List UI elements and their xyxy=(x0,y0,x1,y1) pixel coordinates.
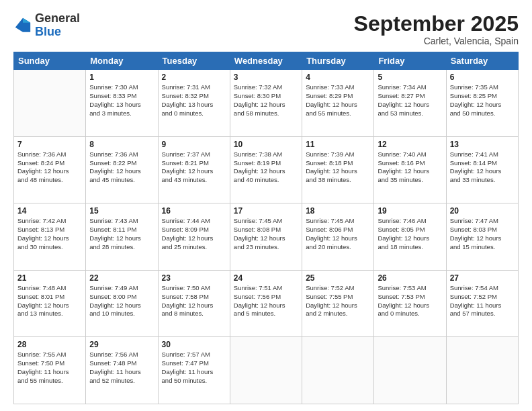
cell-w4-d4: 24Sunrise: 7:51 AM Sunset: 7:56 PM Dayli… xyxy=(230,270,302,337)
day-number-9: 9 xyxy=(162,140,226,149)
day-number-11: 11 xyxy=(306,140,370,149)
day-number-28: 28 xyxy=(17,340,82,349)
cell-w2-d4: 10Sunrise: 7:38 AM Sunset: 8:19 PM Dayli… xyxy=(230,136,302,203)
day-info-24: Sunrise: 7:51 AM Sunset: 7:56 PM Dayligh… xyxy=(234,284,298,318)
col-thursday: Thursday xyxy=(302,52,374,70)
day-info-11: Sunrise: 7:39 AM Sunset: 8:18 PM Dayligh… xyxy=(306,150,370,185)
cell-w1-d4: 3Sunrise: 7:32 AM Sunset: 8:30 PM Daylig… xyxy=(230,70,302,137)
day-info-10: Sunrise: 7:38 AM Sunset: 8:19 PM Dayligh… xyxy=(234,150,298,185)
cell-w1-d7: 6Sunrise: 7:35 AM Sunset: 8:25 PM Daylig… xyxy=(446,70,518,137)
week-row-2: 7Sunrise: 7:36 AM Sunset: 8:24 PM Daylig… xyxy=(14,136,519,203)
day-info-25: Sunrise: 7:52 AM Sunset: 7:55 PM Dayligh… xyxy=(306,284,370,318)
cell-w5-d4 xyxy=(230,337,302,404)
day-number-8: 8 xyxy=(89,140,154,149)
col-sunday: Sunday xyxy=(14,52,86,70)
day-number-12: 12 xyxy=(378,140,442,149)
day-info-29: Sunrise: 7:56 AM Sunset: 7:48 PM Dayligh… xyxy=(89,351,154,385)
day-number-16: 16 xyxy=(162,206,226,216)
day-info-26: Sunrise: 7:53 AM Sunset: 7:53 PM Dayligh… xyxy=(378,284,442,318)
day-info-17: Sunrise: 7:45 AM Sunset: 8:08 PM Dayligh… xyxy=(234,217,298,251)
day-number-29: 29 xyxy=(89,340,154,349)
day-number-23: 23 xyxy=(162,273,226,283)
calendar-header-row: Sunday Monday Tuesday Wednesday Thursday… xyxy=(14,52,519,70)
day-number-25: 25 xyxy=(306,273,370,283)
page: General Blue September 2025 Carlet, Vale… xyxy=(0,0,532,411)
cell-w3-d5: 18Sunrise: 7:45 AM Sunset: 8:06 PM Dayli… xyxy=(302,203,374,271)
cell-w4-d6: 26Sunrise: 7:53 AM Sunset: 7:53 PM Dayli… xyxy=(374,270,446,337)
day-info-5: Sunrise: 7:34 AM Sunset: 8:27 PM Dayligh… xyxy=(378,83,442,118)
day-number-1: 1 xyxy=(89,73,154,82)
day-number-10: 10 xyxy=(234,140,298,149)
day-info-16: Sunrise: 7:44 AM Sunset: 8:09 PM Dayligh… xyxy=(162,217,226,251)
day-info-27: Sunrise: 7:54 AM Sunset: 7:52 PM Dayligh… xyxy=(450,284,515,318)
day-info-1: Sunrise: 7:30 AM Sunset: 8:33 PM Dayligh… xyxy=(89,83,154,118)
day-info-7: Sunrise: 7:36 AM Sunset: 8:24 PM Dayligh… xyxy=(17,150,82,185)
day-info-18: Sunrise: 7:45 AM Sunset: 8:06 PM Dayligh… xyxy=(306,217,370,251)
day-info-30: Sunrise: 7:57 AM Sunset: 7:47 PM Dayligh… xyxy=(162,351,226,385)
day-number-27: 27 xyxy=(450,273,515,283)
logo-general: General xyxy=(35,12,80,26)
cell-w4-d5: 25Sunrise: 7:52 AM Sunset: 7:55 PM Dayli… xyxy=(302,270,374,337)
cell-w5-d2: 29Sunrise: 7:56 AM Sunset: 7:48 PM Dayli… xyxy=(86,337,158,404)
day-number-26: 26 xyxy=(378,273,442,283)
day-info-8: Sunrise: 7:36 AM Sunset: 8:22 PM Dayligh… xyxy=(89,150,154,185)
day-number-24: 24 xyxy=(234,273,298,283)
day-number-30: 30 xyxy=(162,340,226,349)
day-number-2: 2 xyxy=(162,73,226,82)
cell-w1-d2: 1Sunrise: 7:30 AM Sunset: 8:33 PM Daylig… xyxy=(86,70,158,137)
day-info-19: Sunrise: 7:46 AM Sunset: 8:05 PM Dayligh… xyxy=(378,217,442,251)
cell-w1-d1 xyxy=(14,70,86,137)
day-number-15: 15 xyxy=(89,206,154,216)
cell-w5-d7 xyxy=(446,337,518,404)
week-row-3: 14Sunrise: 7:42 AM Sunset: 8:13 PM Dayli… xyxy=(14,203,519,271)
logo-blue: Blue xyxy=(35,26,80,39)
logo: General Blue xyxy=(13,12,80,39)
cell-w5-d5 xyxy=(302,337,374,404)
day-number-22: 22 xyxy=(89,273,154,283)
day-number-5: 5 xyxy=(378,73,442,82)
cell-w5-d6 xyxy=(374,337,446,404)
header: General Blue September 2025 Carlet, Vale… xyxy=(13,12,519,46)
week-row-1: 1Sunrise: 7:30 AM Sunset: 8:33 PM Daylig… xyxy=(14,70,519,137)
cell-w4-d1: 21Sunrise: 7:48 AM Sunset: 8:01 PM Dayli… xyxy=(14,270,86,337)
day-info-14: Sunrise: 7:42 AM Sunset: 8:13 PM Dayligh… xyxy=(17,217,82,251)
cell-w3-d6: 19Sunrise: 7:46 AM Sunset: 8:05 PM Dayli… xyxy=(374,203,446,271)
col-saturday: Saturday xyxy=(446,52,518,70)
day-info-3: Sunrise: 7:32 AM Sunset: 8:30 PM Dayligh… xyxy=(234,83,298,118)
cell-w1-d5: 4Sunrise: 7:33 AM Sunset: 8:29 PM Daylig… xyxy=(302,70,374,137)
cell-w3-d1: 14Sunrise: 7:42 AM Sunset: 8:13 PM Dayli… xyxy=(14,203,86,271)
day-info-15: Sunrise: 7:43 AM Sunset: 8:11 PM Dayligh… xyxy=(89,217,154,251)
day-info-22: Sunrise: 7:49 AM Sunset: 8:00 PM Dayligh… xyxy=(89,284,154,318)
location-subtitle: Carlet, Valencia, Spain xyxy=(354,36,519,46)
cell-w3-d4: 17Sunrise: 7:45 AM Sunset: 8:08 PM Dayli… xyxy=(230,203,302,271)
day-number-6: 6 xyxy=(450,73,515,82)
day-number-21: 21 xyxy=(17,273,82,283)
day-info-20: Sunrise: 7:47 AM Sunset: 8:03 PM Dayligh… xyxy=(450,217,515,251)
day-info-6: Sunrise: 7:35 AM Sunset: 8:25 PM Dayligh… xyxy=(450,83,515,118)
col-friday: Friday xyxy=(374,52,446,70)
col-wednesday: Wednesday xyxy=(230,52,302,70)
cell-w3-d3: 16Sunrise: 7:44 AM Sunset: 8:09 PM Dayli… xyxy=(158,203,230,271)
cell-w3-d7: 20Sunrise: 7:47 AM Sunset: 8:03 PM Dayli… xyxy=(446,203,518,271)
day-number-3: 3 xyxy=(234,73,298,82)
cell-w5-d1: 28Sunrise: 7:55 AM Sunset: 7:50 PM Dayli… xyxy=(14,337,86,404)
col-monday: Monday xyxy=(86,52,158,70)
day-number-14: 14 xyxy=(17,206,82,216)
cell-w2-d2: 8Sunrise: 7:36 AM Sunset: 8:22 PM Daylig… xyxy=(86,136,158,203)
logo-text: General Blue xyxy=(35,12,80,39)
col-tuesday: Tuesday xyxy=(158,52,230,70)
day-info-28: Sunrise: 7:55 AM Sunset: 7:50 PM Dayligh… xyxy=(17,351,82,385)
cell-w4-d2: 22Sunrise: 7:49 AM Sunset: 8:00 PM Dayli… xyxy=(86,270,158,337)
day-info-9: Sunrise: 7:37 AM Sunset: 8:21 PM Dayligh… xyxy=(162,150,226,185)
week-row-4: 21Sunrise: 7:48 AM Sunset: 8:01 PM Dayli… xyxy=(14,270,519,337)
month-title: September 2025 xyxy=(354,12,519,36)
title-area: September 2025 Carlet, Valencia, Spain xyxy=(354,12,519,46)
day-info-13: Sunrise: 7:41 AM Sunset: 8:14 PM Dayligh… xyxy=(450,150,515,185)
cell-w1-d6: 5Sunrise: 7:34 AM Sunset: 8:27 PM Daylig… xyxy=(374,70,446,137)
cell-w4-d3: 23Sunrise: 7:50 AM Sunset: 7:58 PM Dayli… xyxy=(158,270,230,337)
day-number-20: 20 xyxy=(450,206,515,216)
logo-icon xyxy=(13,16,32,35)
cell-w3-d2: 15Sunrise: 7:43 AM Sunset: 8:11 PM Dayli… xyxy=(86,203,158,271)
cell-w2-d6: 12Sunrise: 7:40 AM Sunset: 8:16 PM Dayli… xyxy=(374,136,446,203)
svg-marker-1 xyxy=(23,18,30,23)
